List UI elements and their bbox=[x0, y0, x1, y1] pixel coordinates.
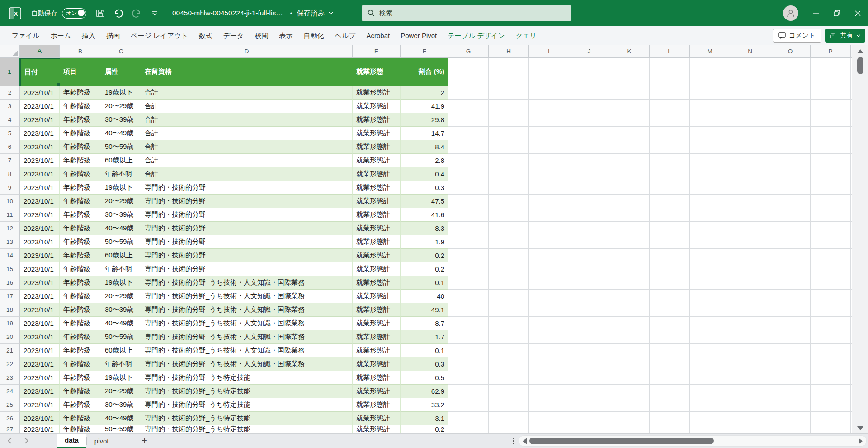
cell[interactable]: 30〜39歳 bbox=[101, 208, 141, 222]
cell[interactable]: 合計 bbox=[141, 154, 353, 167]
cell[interactable]: 8.4 bbox=[401, 140, 448, 154]
scroll-right-icon[interactable] bbox=[859, 438, 863, 444]
empty-cells[interactable] bbox=[448, 100, 868, 113]
cell[interactable]: 合計 bbox=[141, 167, 353, 181]
empty-cells[interactable] bbox=[448, 344, 868, 357]
cell[interactable]: 49.1 bbox=[401, 303, 448, 317]
cell[interactable]: 専門的・技術的分野 bbox=[141, 262, 353, 276]
cell[interactable]: 年齢階級 bbox=[60, 276, 101, 290]
row-header-24[interactable]: 24 bbox=[0, 385, 20, 398]
cell[interactable]: 19歳以下 bbox=[101, 86, 141, 100]
ribbon-tab-挿入[interactable]: 挿入 bbox=[76, 26, 101, 45]
undo-icon[interactable] bbox=[113, 7, 124, 19]
cell[interactable]: 年齢階級 bbox=[60, 290, 101, 303]
cell[interactable]: 2023/10/1 bbox=[20, 357, 60, 371]
column-header-E[interactable]: E bbox=[353, 45, 401, 57]
cell[interactable]: 年齢階級 bbox=[60, 113, 101, 127]
cell[interactable]: 専門的・技術的分野_うち特定技能 bbox=[141, 371, 353, 385]
cell[interactable]: 就業形態計 bbox=[353, 425, 401, 433]
cell[interactable]: 就業形態計 bbox=[353, 344, 401, 357]
empty-cells[interactable] bbox=[448, 371, 868, 385]
cell[interactable]: 50〜59歳 bbox=[101, 425, 141, 433]
restore-button[interactable] bbox=[826, 0, 847, 26]
empty-cells[interactable] bbox=[448, 127, 868, 140]
empty-cells[interactable] bbox=[448, 412, 868, 425]
cell[interactable]: 年齢階級 bbox=[60, 154, 101, 167]
cell[interactable]: 就業形態計 bbox=[353, 262, 401, 276]
row-header-14[interactable]: 14 bbox=[0, 249, 20, 262]
column-header-L[interactable]: L bbox=[650, 45, 690, 57]
cell[interactable]: 年齢不明 bbox=[101, 167, 141, 181]
cell[interactable]: 専門的・技術的分野_うち技術・人文知識・国際業務 bbox=[141, 303, 353, 317]
cell[interactable]: 20〜29歳 bbox=[101, 195, 141, 208]
cell[interactable]: 50〜59歳 bbox=[101, 330, 141, 344]
cell[interactable]: 年齢階級 bbox=[60, 235, 101, 249]
customize-toolbar-chevron-icon[interactable] bbox=[149, 7, 160, 19]
cell[interactable]: 2023/10/1 bbox=[20, 86, 60, 100]
cell[interactable]: 47.5 bbox=[401, 195, 448, 208]
cell[interactable]: 2023/10/1 bbox=[20, 208, 60, 222]
ribbon-tab-表示[interactable]: 表示 bbox=[274, 26, 298, 45]
cell[interactable]: 0.2 bbox=[401, 249, 448, 262]
cell[interactable]: 専門的・技術的分野 bbox=[141, 249, 353, 262]
cell[interactable]: 40 bbox=[401, 290, 448, 303]
cell[interactable]: 30〜39歳 bbox=[101, 113, 141, 127]
column-header-K[interactable]: K bbox=[609, 45, 650, 57]
cell[interactable]: 就業形態計 bbox=[353, 195, 401, 208]
cell[interactable]: 14.7 bbox=[401, 127, 448, 140]
empty-cells[interactable] bbox=[448, 262, 868, 276]
cell[interactable]: 2023/10/1 bbox=[20, 330, 60, 344]
cell[interactable]: 2023/10/1 bbox=[20, 195, 60, 208]
ribbon-tab-ヘルプ[interactable]: ヘルプ bbox=[329, 26, 361, 45]
column-header-J[interactable]: J bbox=[569, 45, 609, 57]
cell[interactable]: 就業形態計 bbox=[353, 113, 401, 127]
vertical-scrollbar[interactable] bbox=[852, 45, 868, 433]
cell[interactable]: 0.1 bbox=[401, 344, 448, 357]
row-header-16[interactable]: 16 bbox=[0, 276, 20, 290]
cell[interactable]: 年齢階級 bbox=[60, 330, 101, 344]
cell[interactable]: 年齢不明 bbox=[101, 357, 141, 371]
cell[interactable]: 項目 bbox=[60, 58, 101, 86]
selected-cell-A1[interactable]: 日付 bbox=[20, 58, 60, 86]
cell[interactable]: 就業形態計 bbox=[353, 249, 401, 262]
empty-cells[interactable] bbox=[448, 276, 868, 290]
minimize-button[interactable] bbox=[806, 0, 826, 26]
cell[interactable]: 2023/10/1 bbox=[20, 154, 60, 167]
scroll-down-icon[interactable] bbox=[857, 426, 863, 430]
cell[interactable]: 2023/10/1 bbox=[20, 167, 60, 181]
cell[interactable]: 専門的・技術的分野_うち技術・人文知識・国際業務 bbox=[141, 357, 353, 371]
empty-cells[interactable] bbox=[448, 140, 868, 154]
save-icon[interactable] bbox=[94, 7, 106, 19]
empty-cells[interactable] bbox=[448, 303, 868, 317]
cell[interactable]: 2023/10/1 bbox=[20, 276, 60, 290]
cell[interactable]: 20〜29歳 bbox=[101, 100, 141, 113]
empty-cells[interactable] bbox=[448, 385, 868, 398]
cell[interactable]: 2023/10/1 bbox=[20, 222, 60, 235]
sheet-tab-pivot[interactable]: pivot bbox=[87, 434, 117, 448]
ribbon-tab-自動化[interactable]: 自動化 bbox=[298, 26, 329, 45]
row-header-25[interactable]: 25 bbox=[0, 398, 20, 412]
search-input[interactable] bbox=[379, 10, 551, 17]
cell[interactable]: 就業形態計 bbox=[353, 398, 401, 412]
sheet-nav-right-icon[interactable] bbox=[19, 434, 33, 448]
cell[interactable]: 就業形態計 bbox=[353, 303, 401, 317]
empty-cells[interactable] bbox=[448, 249, 868, 262]
vertical-scroll-thumb[interactable] bbox=[857, 57, 863, 74]
cell[interactable]: 就業形態計 bbox=[353, 317, 401, 330]
cell[interactable]: 50〜59歳 bbox=[101, 235, 141, 249]
cell[interactable]: 20〜29歳 bbox=[101, 290, 141, 303]
cell[interactable]: 2023/10/1 bbox=[20, 181, 60, 195]
ribbon-tab-Power Pivot[interactable]: Power Pivot bbox=[395, 26, 442, 45]
cell[interactable]: 専門的・技術的分野_うち特定技能 bbox=[141, 398, 353, 412]
cell[interactable]: 8.3 bbox=[401, 222, 448, 235]
ribbon-tab-テーブル デザイン[interactable]: テーブル デザイン bbox=[442, 26, 510, 45]
cell[interactable]: 2023/10/1 bbox=[20, 344, 60, 357]
column-header-H[interactable]: H bbox=[489, 45, 529, 57]
avatar[interactable] bbox=[783, 5, 798, 21]
cell[interactable]: 年齢階級 bbox=[60, 127, 101, 140]
cell[interactable]: 2.8 bbox=[401, 154, 448, 167]
cell[interactable]: 就業形態計 bbox=[353, 208, 401, 222]
cell[interactable]: 0.2 bbox=[401, 262, 448, 276]
cell[interactable]: 属性 bbox=[101, 58, 141, 86]
close-button[interactable] bbox=[847, 0, 868, 26]
